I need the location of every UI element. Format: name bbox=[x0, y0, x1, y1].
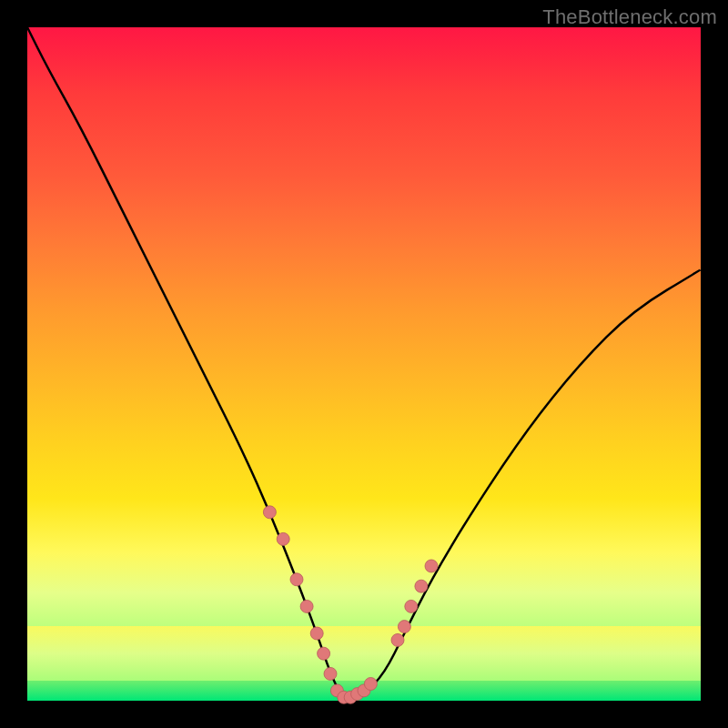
data-bead bbox=[405, 600, 418, 612]
watermark-text: TheBottleneck.com bbox=[542, 5, 717, 29]
data-bead bbox=[263, 506, 276, 519]
data-bead bbox=[324, 667, 337, 680]
data-bead bbox=[391, 633, 404, 646]
data-bead bbox=[398, 621, 410, 633]
chart-frame: TheBottleneck.com bbox=[0, 0, 728, 728]
beads-valley-cluster bbox=[330, 678, 377, 704]
beads-left-cluster bbox=[263, 506, 337, 681]
bottleneck-curve bbox=[27, 27, 701, 698]
beads-right-cluster bbox=[391, 560, 438, 646]
data-bead bbox=[415, 580, 428, 592]
data-bead bbox=[300, 600, 313, 612]
data-bead bbox=[425, 560, 438, 572]
data-bead bbox=[290, 573, 303, 586]
data-bead bbox=[364, 678, 377, 691]
data-bead bbox=[318, 647, 330, 660]
data-bead bbox=[310, 627, 323, 640]
plot-area bbox=[27, 27, 701, 701]
data-bead bbox=[277, 532, 289, 545]
curve-layer bbox=[27, 27, 701, 701]
